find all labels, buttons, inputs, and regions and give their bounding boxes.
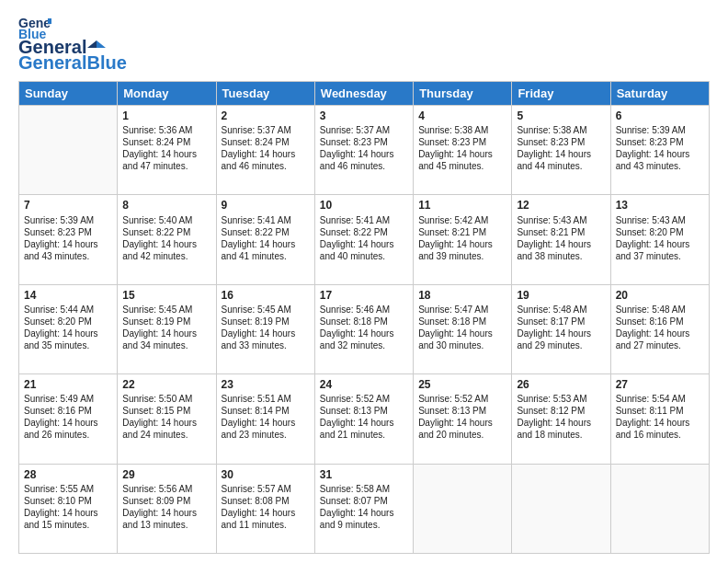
day-info: Sunrise: 5:53 AMSunset: 8:12 PMDaylight:…: [517, 393, 605, 441]
day-number: 16: [222, 288, 310, 303]
day-number: 15: [122, 288, 210, 303]
calendar-day: 30Sunrise: 5:57 AMSunset: 8:08 PMDayligh…: [216, 464, 314, 553]
calendar-body: 1Sunrise: 5:36 AMSunset: 8:24 PMDaylight…: [19, 106, 710, 554]
calendar-day: 18Sunrise: 5:47 AMSunset: 8:18 PMDayligh…: [414, 284, 512, 373]
day-info: Sunrise: 5:36 AMSunset: 8:24 PMDaylight:…: [122, 124, 210, 172]
day-number: 21: [24, 377, 112, 392]
svg-marker-5: [87, 40, 97, 48]
day-number: 17: [320, 288, 408, 303]
day-number: 8: [122, 198, 210, 213]
day-header-thursday: Thursday: [414, 82, 512, 106]
calendar-day: 16Sunrise: 5:45 AMSunset: 8:19 PMDayligh…: [216, 284, 314, 373]
day-info: Sunrise: 5:42 AMSunset: 8:21 PMDaylight:…: [418, 214, 506, 262]
day-info: Sunrise: 5:56 AMSunset: 8:09 PMDaylight:…: [122, 483, 210, 531]
calendar-day: 2Sunrise: 5:37 AMSunset: 8:24 PMDaylight…: [216, 106, 314, 195]
calendar-day: 14Sunrise: 5:44 AMSunset: 8:20 PMDayligh…: [19, 284, 118, 373]
page: General Blue General GeneralBlue: [0, 0, 728, 563]
day-info: Sunrise: 5:46 AMSunset: 8:18 PMDaylight:…: [320, 304, 408, 351]
day-info: Sunrise: 5:45 AMSunset: 8:19 PMDaylight:…: [122, 304, 210, 351]
day-number: 1: [122, 109, 210, 123]
day-header-saturday: Saturday: [610, 82, 709, 106]
day-number: 19: [517, 288, 605, 303]
day-number: 20: [616, 288, 704, 303]
calendar-day: 20Sunrise: 5:48 AMSunset: 8:16 PMDayligh…: [610, 284, 709, 373]
day-info: Sunrise: 5:43 AMSunset: 8:21 PMDaylight:…: [517, 214, 605, 262]
calendar-day: [414, 464, 512, 553]
calendar-day: 17Sunrise: 5:46 AMSunset: 8:18 PMDayligh…: [314, 284, 413, 373]
day-info: Sunrise: 5:52 AMSunset: 8:13 PMDaylight:…: [320, 393, 408, 441]
day-info: Sunrise: 5:41 AMSunset: 8:22 PMDaylight:…: [320, 214, 408, 262]
header: General Blue General GeneralBlue: [18, 15, 710, 74]
day-info: Sunrise: 5:58 AMSunset: 8:07 PMDaylight:…: [320, 483, 408, 531]
calendar-day: 5Sunrise: 5:38 AMSunset: 8:23 PMDaylight…: [512, 106, 610, 195]
calendar-day: 7Sunrise: 5:39 AMSunset: 8:23 PMDaylight…: [19, 195, 118, 284]
day-number: 14: [24, 288, 112, 303]
day-info: Sunrise: 5:55 AMSunset: 8:10 PMDaylight:…: [24, 483, 112, 531]
day-number: 23: [222, 377, 310, 392]
calendar-day: 13Sunrise: 5:43 AMSunset: 8:20 PMDayligh…: [610, 195, 709, 284]
calendar-day: 4Sunrise: 5:38 AMSunset: 8:23 PMDaylight…: [414, 106, 512, 195]
day-info: Sunrise: 5:52 AMSunset: 8:13 PMDaylight:…: [418, 393, 506, 441]
day-info: Sunrise: 5:40 AMSunset: 8:22 PMDaylight:…: [122, 214, 210, 262]
calendar-week-0: 1Sunrise: 5:36 AMSunset: 8:24 PMDaylight…: [19, 106, 710, 195]
svg-marker-4: [97, 40, 106, 48]
calendar-day: 3Sunrise: 5:37 AMSunset: 8:23 PMDaylight…: [314, 106, 413, 195]
day-number: 24: [320, 377, 408, 392]
day-number: 5: [517, 109, 605, 123]
day-number: 7: [24, 198, 112, 213]
calendar-day: 6Sunrise: 5:39 AMSunset: 8:23 PMDaylight…: [610, 106, 709, 195]
logo-blue: GeneralBlue: [18, 52, 127, 74]
day-number: 6: [616, 109, 704, 123]
calendar-day: 12Sunrise: 5:43 AMSunset: 8:21 PMDayligh…: [512, 195, 610, 284]
day-info: Sunrise: 5:47 AMSunset: 8:18 PMDaylight:…: [418, 304, 506, 351]
day-number: 9: [222, 198, 310, 213]
calendar-day: 31Sunrise: 5:58 AMSunset: 8:07 PMDayligh…: [314, 464, 413, 553]
day-header-sunday: Sunday: [19, 82, 118, 106]
day-number: 25: [418, 377, 506, 392]
day-info: Sunrise: 5:37 AMSunset: 8:24 PMDaylight:…: [222, 124, 310, 172]
day-number: 11: [418, 198, 506, 213]
calendar-day: 25Sunrise: 5:52 AMSunset: 8:13 PMDayligh…: [414, 374, 512, 464]
calendar-day: [19, 106, 118, 195]
calendar-week-2: 14Sunrise: 5:44 AMSunset: 8:20 PMDayligh…: [19, 284, 710, 373]
day-info: Sunrise: 5:43 AMSunset: 8:20 PMDaylight:…: [616, 214, 704, 262]
day-info: Sunrise: 5:44 AMSunset: 8:20 PMDaylight:…: [24, 304, 112, 351]
day-number: 26: [517, 377, 605, 392]
day-number: 3: [320, 109, 408, 123]
calendar-day: [610, 464, 709, 553]
day-number: 18: [418, 288, 506, 303]
calendar-day: 22Sunrise: 5:50 AMSunset: 8:15 PMDayligh…: [118, 374, 216, 464]
day-info: Sunrise: 5:54 AMSunset: 8:11 PMDaylight:…: [616, 393, 704, 441]
calendar-week-1: 7Sunrise: 5:39 AMSunset: 8:23 PMDaylight…: [19, 195, 710, 284]
day-header-friday: Friday: [512, 82, 610, 106]
day-info: Sunrise: 5:49 AMSunset: 8:16 PMDaylight:…: [24, 393, 112, 441]
calendar-day: 28Sunrise: 5:55 AMSunset: 8:10 PMDayligh…: [19, 464, 118, 553]
calendar-day: 21Sunrise: 5:49 AMSunset: 8:16 PMDayligh…: [19, 374, 118, 464]
day-number: 4: [418, 109, 506, 123]
calendar-day: 19Sunrise: 5:48 AMSunset: 8:17 PMDayligh…: [512, 284, 610, 373]
day-number: 27: [616, 377, 704, 392]
calendar-day: 23Sunrise: 5:51 AMSunset: 8:14 PMDayligh…: [216, 374, 314, 464]
day-number: 28: [24, 467, 112, 482]
day-info: Sunrise: 5:48 AMSunset: 8:17 PMDaylight:…: [517, 304, 605, 351]
calendar-header-row: SundayMondayTuesdayWednesdayThursdayFrid…: [19, 82, 710, 106]
day-header-tuesday: Tuesday: [216, 82, 314, 106]
svg-rect-3: [48, 18, 51, 24]
calendar-day: 9Sunrise: 5:41 AMSunset: 8:22 PMDaylight…: [216, 195, 314, 284]
day-info: Sunrise: 5:37 AMSunset: 8:23 PMDaylight:…: [320, 124, 408, 172]
day-header-wednesday: Wednesday: [314, 82, 413, 106]
calendar-day: 26Sunrise: 5:53 AMSunset: 8:12 PMDayligh…: [512, 374, 610, 464]
calendar-day: 27Sunrise: 5:54 AMSunset: 8:11 PMDayligh…: [610, 374, 709, 464]
logo: General Blue General GeneralBlue: [18, 15, 127, 74]
day-number: 30: [222, 467, 310, 482]
day-header-monday: Monday: [118, 82, 216, 106]
day-number: 22: [122, 377, 210, 392]
calendar-day: [512, 464, 610, 553]
day-info: Sunrise: 5:38 AMSunset: 8:23 PMDaylight:…: [418, 124, 506, 172]
calendar-day: 1Sunrise: 5:36 AMSunset: 8:24 PMDaylight…: [118, 106, 216, 195]
calendar-week-4: 28Sunrise: 5:55 AMSunset: 8:10 PMDayligh…: [19, 464, 710, 553]
day-number: 13: [616, 198, 704, 213]
calendar-day: 10Sunrise: 5:41 AMSunset: 8:22 PMDayligh…: [314, 195, 413, 284]
day-number: 10: [320, 198, 408, 213]
day-number: 31: [320, 467, 408, 482]
